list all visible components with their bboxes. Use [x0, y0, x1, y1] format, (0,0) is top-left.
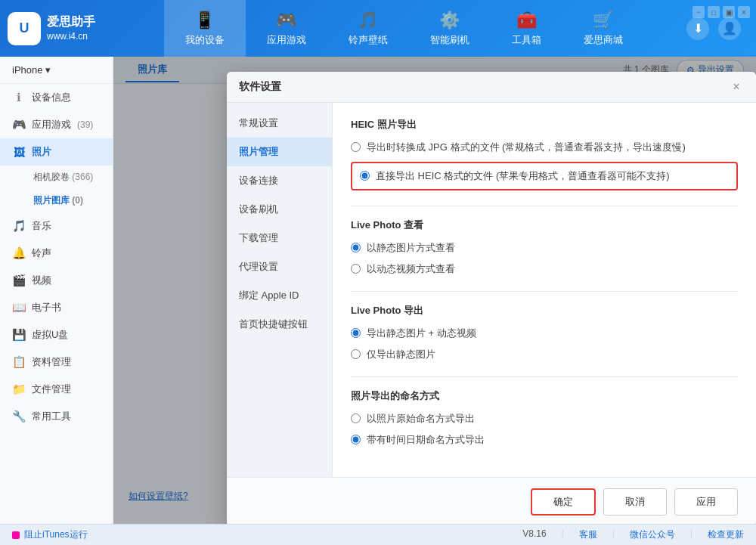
naming-options: 以照片原始命名方式导出 带有时间日期命名方式导出: [351, 412, 738, 447]
nav-tab-flash[interactable]: ⚙️ 智能刷机: [409, 0, 491, 57]
music-icon: 🎵: [12, 219, 26, 233]
dialog-nav-proxy[interactable]: 代理设置: [227, 252, 332, 281]
dialog-nav-download[interactable]: 下载管理: [227, 224, 332, 252]
minimize-button[interactable]: －: [692, 6, 705, 18]
download-button[interactable]: ⬇: [686, 17, 709, 40]
sidebar-item-photos[interactable]: 🖼 照片: [0, 138, 113, 166]
photos-icon: 🖼: [12, 146, 26, 159]
export-static-option[interactable]: 仅导出静态图片: [351, 348, 738, 361]
sidebar-item-apps[interactable]: 🎮 应用游戏 (39): [0, 111, 113, 138]
data-icon: 📋: [12, 355, 26, 369]
dialog-sidebar: 常规设置 照片管理 设备连接 设备刷机 下载管理 代理设置 绑定 Apple I…: [227, 103, 333, 477]
check-update-link[interactable]: 检查更新: [708, 528, 744, 541]
static-view-radio[interactable]: [351, 243, 361, 252]
sidebar-item-tools[interactable]: 🔧 常用工具: [0, 403, 113, 430]
sidebar: iPhone ▾ ℹ 设备信息 🎮 应用游戏 (39) 🖼 照片 相机胶卷 (3…: [0, 57, 113, 524]
sidebar-item-files[interactable]: 📁 文件管理: [0, 376, 113, 403]
section-title-naming: 照片导出的命名方式: [351, 389, 738, 403]
chevron-down-icon: ▾: [45, 64, 51, 76]
window-controls: － □ ▣ ×: [692, 6, 750, 18]
export-static-radio[interactable]: [351, 349, 361, 359]
dialog-overlay: 软件设置 × 常规设置 照片管理 设备连接 设备刷机 下载管理 代理设置 绑定 …: [113, 57, 756, 524]
confirm-button[interactable]: 确定: [531, 488, 596, 516]
sidebar-item-ringtone[interactable]: 🔔 铃声: [0, 240, 113, 267]
settings-dialog: 软件设置 × 常规设置 照片管理 设备连接 设备刷机 下载管理 代理设置 绑定 …: [227, 72, 756, 524]
dialog-header: 软件设置 ×: [227, 72, 756, 103]
export-both-radio[interactable]: [351, 328, 361, 338]
sidebar-device-header[interactable]: iPhone ▾: [0, 57, 113, 84]
heic-direct-radio[interactable]: [360, 171, 370, 181]
dialog-nav-shortcuts[interactable]: 首页快捷键按钮: [227, 310, 332, 339]
stop-itunes-label[interactable]: 阻止iTunes运行: [24, 528, 88, 541]
sidebar-item-device-info[interactable]: ℹ 设备信息: [0, 84, 113, 111]
original-name-option[interactable]: 以照片原始命名方式导出: [351, 412, 738, 426]
dialog-body: 常规设置 照片管理 设备连接 设备刷机 下载管理 代理设置 绑定 Apple I…: [227, 103, 756, 477]
wrench-icon: 🔧: [12, 410, 26, 423]
live-photo-view-options: 以静态图片方式查看 以动态视频方式查看: [351, 241, 738, 276]
sidebar-item-udisk[interactable]: 💾 虚拟U盘: [0, 321, 113, 348]
sidebar-sub-photo-library[interactable]: 照片图库 (0): [27, 189, 113, 212]
tools-icon: 🧰: [516, 11, 537, 30]
dialog-nav-general[interactable]: 常规设置: [227, 109, 332, 138]
nav-tab-device[interactable]: 📱 我的设备: [164, 0, 246, 57]
divider-2: [351, 291, 738, 292]
dialog-nav-device-flash[interactable]: 设备刷机: [227, 195, 332, 224]
section-title-heic: HEIC 照片导出: [351, 118, 738, 132]
heic-direct-option[interactable]: 直接导出 HEIC 格式的文件 (苹果专用格式，普通查看器可能不支持): [351, 162, 738, 190]
sidebar-sub-camera-roll[interactable]: 相机胶卷 (366): [27, 166, 113, 189]
dialog-footer: 确定 取消 应用: [227, 477, 756, 524]
restore-button[interactable]: □: [708, 6, 720, 18]
main-content: 照片库 共 1 个图库 ⚙ 导出设置 如何设置壁纸? 软件设置 ×: [113, 57, 756, 524]
store-icon: 🛒: [593, 11, 613, 30]
sidebar-item-data[interactable]: 📋 资料管理: [0, 348, 113, 376]
heic-export-options: 导出时转换成 JPG 格式的文件 (常规格式，普通查看器支持，导出速度慢) 直接…: [351, 141, 738, 190]
export-both-option[interactable]: 导出静态图片 + 动态视频: [351, 327, 738, 340]
content-area: iPhone ▾ ℹ 设备信息 🎮 应用游戏 (39) 🖼 照片 相机胶卷 (3…: [0, 57, 756, 524]
dynamic-view-radio[interactable]: [351, 264, 361, 274]
support-link[interactable]: 客服: [579, 528, 597, 541]
close-button[interactable]: ×: [738, 6, 750, 18]
dynamic-view-option[interactable]: 以动态视频方式查看: [351, 262, 738, 276]
nav-tab-appgame[interactable]: 🎮 应用游戏: [246, 0, 327, 57]
maximize-button[interactable]: ▣: [723, 6, 735, 18]
static-view-option[interactable]: 以静态图片方式查看: [351, 241, 738, 255]
section-title-live-export: Live Photo 导出: [351, 304, 738, 317]
version-label: V8.16: [522, 528, 546, 541]
ebook-icon: 📖: [12, 301, 26, 314]
device-icon: 📱: [194, 11, 215, 30]
dialog-nav-apple-id[interactable]: 绑定 Apple ID: [227, 281, 332, 310]
heic-to-jpg-option[interactable]: 导出时转换成 JPG 格式的文件 (常规格式，普通查看器支持，导出速度慢): [351, 141, 738, 154]
bottombar: 阻止iTunes运行 V8.16 | 客服 | 微信公众号 | 检查更新: [0, 524, 756, 545]
logo-icon: U: [8, 12, 41, 45]
nav-tabs: 📱 我的设备 🎮 应用游戏 🎵 铃声壁纸 ⚙️ 智能刷机 🧰 工具箱 🛒 爱思商…: [121, 0, 686, 57]
live-photo-export-options: 导出静态图片 + 动态视频 仅导出静态图片: [351, 327, 738, 361]
original-name-radio[interactable]: [351, 413, 361, 423]
wechat-link[interactable]: 微信公众号: [630, 528, 675, 541]
cancel-button[interactable]: 取消: [603, 488, 667, 516]
sidebar-item-ebook[interactable]: 📖 电子书: [0, 294, 113, 321]
dialog-main: HEIC 照片导出 导出时转换成 JPG 格式的文件 (常规格式，普通查看器支持…: [333, 103, 756, 477]
divider-3: [351, 376, 738, 377]
info-icon: ℹ: [12, 91, 26, 104]
logo-area: U 爱思助手 www.i4.cn: [8, 12, 121, 45]
logo-text: 爱思助手 www.i4.cn: [47, 14, 95, 43]
dialog-nav-device-connect[interactable]: 设备连接: [227, 166, 332, 195]
sidebar-item-video[interactable]: 🎬 视频: [0, 267, 113, 294]
date-name-radio[interactable]: [351, 435, 361, 444]
account-button[interactable]: 👤: [718, 17, 741, 40]
bottombar-left: 阻止iTunes运行: [12, 528, 88, 541]
apps-icon: 🎮: [12, 118, 26, 132]
sidebar-item-music[interactable]: 🎵 音乐: [0, 212, 113, 240]
bottombar-right: V8.16 | 客服 | 微信公众号 | 检查更新: [522, 528, 744, 541]
ringtone-icon: 🎵: [358, 11, 378, 30]
date-name-option[interactable]: 带有时间日期命名方式导出: [351, 433, 738, 447]
divider-1: [351, 206, 738, 206]
apply-button[interactable]: 应用: [674, 488, 738, 516]
heic-to-jpg-radio[interactable]: [351, 142, 361, 152]
nav-tab-store[interactable]: 🛒 爱思商城: [562, 0, 644, 57]
nav-tab-ringtone[interactable]: 🎵 铃声壁纸: [327, 0, 409, 57]
nav-tab-tools[interactable]: 🧰 工具箱: [491, 0, 562, 57]
bell-icon: 🔔: [12, 246, 26, 260]
dialog-nav-photos[interactable]: 照片管理: [227, 138, 332, 166]
dialog-close-button[interactable]: ×: [729, 79, 744, 94]
